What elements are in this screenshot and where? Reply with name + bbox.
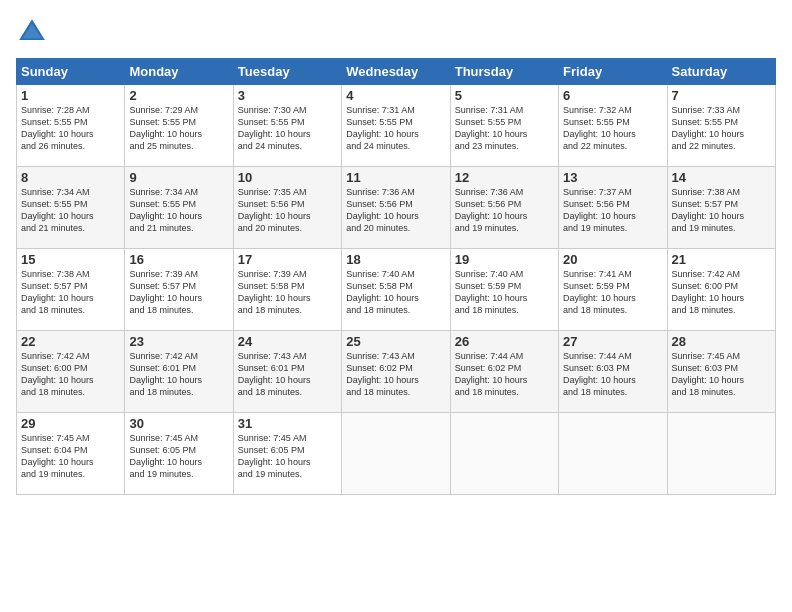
calendar-cell: 6Sunrise: 7:32 AM Sunset: 5:55 PM Daylig… — [559, 85, 667, 167]
weekday-thursday: Thursday — [450, 59, 558, 85]
day-info: Sunrise: 7:38 AM Sunset: 5:57 PM Dayligh… — [672, 186, 771, 235]
day-number: 24 — [238, 334, 337, 349]
calendar-cell: 8Sunrise: 7:34 AM Sunset: 5:55 PM Daylig… — [17, 167, 125, 249]
calendar-cell: 9Sunrise: 7:34 AM Sunset: 5:55 PM Daylig… — [125, 167, 233, 249]
calendar-cell: 22Sunrise: 7:42 AM Sunset: 6:00 PM Dayli… — [17, 331, 125, 413]
day-info: Sunrise: 7:31 AM Sunset: 5:55 PM Dayligh… — [455, 104, 554, 153]
day-info: Sunrise: 7:29 AM Sunset: 5:55 PM Dayligh… — [129, 104, 228, 153]
day-number: 31 — [238, 416, 337, 431]
week-row-1: 1Sunrise: 7:28 AM Sunset: 5:55 PM Daylig… — [17, 85, 776, 167]
calendar-cell: 27Sunrise: 7:44 AM Sunset: 6:03 PM Dayli… — [559, 331, 667, 413]
day-number: 25 — [346, 334, 445, 349]
day-info: Sunrise: 7:45 AM Sunset: 6:05 PM Dayligh… — [129, 432, 228, 481]
day-info: Sunrise: 7:33 AM Sunset: 5:55 PM Dayligh… — [672, 104, 771, 153]
week-row-2: 8Sunrise: 7:34 AM Sunset: 5:55 PM Daylig… — [17, 167, 776, 249]
day-number: 29 — [21, 416, 120, 431]
day-info: Sunrise: 7:34 AM Sunset: 5:55 PM Dayligh… — [21, 186, 120, 235]
day-number: 17 — [238, 252, 337, 267]
calendar-body: 1Sunrise: 7:28 AM Sunset: 5:55 PM Daylig… — [17, 85, 776, 495]
day-info: Sunrise: 7:36 AM Sunset: 5:56 PM Dayligh… — [455, 186, 554, 235]
day-info: Sunrise: 7:39 AM Sunset: 5:57 PM Dayligh… — [129, 268, 228, 317]
calendar-cell: 24Sunrise: 7:43 AM Sunset: 6:01 PM Dayli… — [233, 331, 341, 413]
calendar-cell: 16Sunrise: 7:39 AM Sunset: 5:57 PM Dayli… — [125, 249, 233, 331]
day-number: 12 — [455, 170, 554, 185]
day-number: 3 — [238, 88, 337, 103]
day-number: 19 — [455, 252, 554, 267]
day-info: Sunrise: 7:42 AM Sunset: 6:00 PM Dayligh… — [21, 350, 120, 399]
day-number: 10 — [238, 170, 337, 185]
day-info: Sunrise: 7:42 AM Sunset: 6:01 PM Dayligh… — [129, 350, 228, 399]
day-info: Sunrise: 7:35 AM Sunset: 5:56 PM Dayligh… — [238, 186, 337, 235]
day-number: 9 — [129, 170, 228, 185]
calendar-cell: 26Sunrise: 7:44 AM Sunset: 6:02 PM Dayli… — [450, 331, 558, 413]
calendar-cell: 5Sunrise: 7:31 AM Sunset: 5:55 PM Daylig… — [450, 85, 558, 167]
calendar-cell: 2Sunrise: 7:29 AM Sunset: 5:55 PM Daylig… — [125, 85, 233, 167]
day-number: 30 — [129, 416, 228, 431]
weekday-friday: Friday — [559, 59, 667, 85]
day-info: Sunrise: 7:45 AM Sunset: 6:05 PM Dayligh… — [238, 432, 337, 481]
day-info: Sunrise: 7:44 AM Sunset: 6:03 PM Dayligh… — [563, 350, 662, 399]
day-info: Sunrise: 7:43 AM Sunset: 6:01 PM Dayligh… — [238, 350, 337, 399]
weekday-header-row: SundayMondayTuesdayWednesdayThursdayFrid… — [17, 59, 776, 85]
calendar-cell: 28Sunrise: 7:45 AM Sunset: 6:03 PM Dayli… — [667, 331, 775, 413]
calendar-cell: 20Sunrise: 7:41 AM Sunset: 5:59 PM Dayli… — [559, 249, 667, 331]
weekday-saturday: Saturday — [667, 59, 775, 85]
day-number: 28 — [672, 334, 771, 349]
day-number: 22 — [21, 334, 120, 349]
calendar-cell: 17Sunrise: 7:39 AM Sunset: 5:58 PM Dayli… — [233, 249, 341, 331]
calendar-cell: 14Sunrise: 7:38 AM Sunset: 5:57 PM Dayli… — [667, 167, 775, 249]
week-row-3: 15Sunrise: 7:38 AM Sunset: 5:57 PM Dayli… — [17, 249, 776, 331]
weekday-monday: Monday — [125, 59, 233, 85]
day-info: Sunrise: 7:34 AM Sunset: 5:55 PM Dayligh… — [129, 186, 228, 235]
day-info: Sunrise: 7:45 AM Sunset: 6:03 PM Dayligh… — [672, 350, 771, 399]
day-number: 8 — [21, 170, 120, 185]
calendar-cell: 11Sunrise: 7:36 AM Sunset: 5:56 PM Dayli… — [342, 167, 450, 249]
day-info: Sunrise: 7:42 AM Sunset: 6:00 PM Dayligh… — [672, 268, 771, 317]
calendar-cell: 4Sunrise: 7:31 AM Sunset: 5:55 PM Daylig… — [342, 85, 450, 167]
calendar-cell: 30Sunrise: 7:45 AM Sunset: 6:05 PM Dayli… — [125, 413, 233, 495]
calendar-cell: 23Sunrise: 7:42 AM Sunset: 6:01 PM Dayli… — [125, 331, 233, 413]
day-number: 20 — [563, 252, 662, 267]
calendar-cell: 7Sunrise: 7:33 AM Sunset: 5:55 PM Daylig… — [667, 85, 775, 167]
calendar-cell: 12Sunrise: 7:36 AM Sunset: 5:56 PM Dayli… — [450, 167, 558, 249]
day-number: 21 — [672, 252, 771, 267]
calendar-cell: 13Sunrise: 7:37 AM Sunset: 5:56 PM Dayli… — [559, 167, 667, 249]
calendar-cell: 3Sunrise: 7:30 AM Sunset: 5:55 PM Daylig… — [233, 85, 341, 167]
weekday-tuesday: Tuesday — [233, 59, 341, 85]
day-info: Sunrise: 7:28 AM Sunset: 5:55 PM Dayligh… — [21, 104, 120, 153]
day-info: Sunrise: 7:32 AM Sunset: 5:55 PM Dayligh… — [563, 104, 662, 153]
day-number: 18 — [346, 252, 445, 267]
logo-icon — [16, 16, 48, 48]
header — [16, 16, 776, 48]
calendar-table: SundayMondayTuesdayWednesdayThursdayFrid… — [16, 58, 776, 495]
day-number: 11 — [346, 170, 445, 185]
day-info: Sunrise: 7:40 AM Sunset: 5:59 PM Dayligh… — [455, 268, 554, 317]
day-number: 7 — [672, 88, 771, 103]
calendar-cell: 15Sunrise: 7:38 AM Sunset: 5:57 PM Dayli… — [17, 249, 125, 331]
day-number: 27 — [563, 334, 662, 349]
calendar-cell — [667, 413, 775, 495]
day-info: Sunrise: 7:44 AM Sunset: 6:02 PM Dayligh… — [455, 350, 554, 399]
calendar-cell: 31Sunrise: 7:45 AM Sunset: 6:05 PM Dayli… — [233, 413, 341, 495]
day-number: 1 — [21, 88, 120, 103]
day-number: 4 — [346, 88, 445, 103]
day-number: 23 — [129, 334, 228, 349]
day-number: 15 — [21, 252, 120, 267]
day-info: Sunrise: 7:30 AM Sunset: 5:55 PM Dayligh… — [238, 104, 337, 153]
day-info: Sunrise: 7:45 AM Sunset: 6:04 PM Dayligh… — [21, 432, 120, 481]
logo — [16, 16, 52, 48]
day-number: 16 — [129, 252, 228, 267]
day-number: 14 — [672, 170, 771, 185]
page-container: SundayMondayTuesdayWednesdayThursdayFrid… — [0, 0, 792, 503]
day-number: 6 — [563, 88, 662, 103]
calendar-cell: 29Sunrise: 7:45 AM Sunset: 6:04 PM Dayli… — [17, 413, 125, 495]
day-info: Sunrise: 7:38 AM Sunset: 5:57 PM Dayligh… — [21, 268, 120, 317]
calendar-cell: 1Sunrise: 7:28 AM Sunset: 5:55 PM Daylig… — [17, 85, 125, 167]
day-number: 2 — [129, 88, 228, 103]
calendar-cell: 19Sunrise: 7:40 AM Sunset: 5:59 PM Dayli… — [450, 249, 558, 331]
calendar-cell: 18Sunrise: 7:40 AM Sunset: 5:58 PM Dayli… — [342, 249, 450, 331]
day-info: Sunrise: 7:31 AM Sunset: 5:55 PM Dayligh… — [346, 104, 445, 153]
day-info: Sunrise: 7:43 AM Sunset: 6:02 PM Dayligh… — [346, 350, 445, 399]
calendar-cell — [342, 413, 450, 495]
day-info: Sunrise: 7:40 AM Sunset: 5:58 PM Dayligh… — [346, 268, 445, 317]
